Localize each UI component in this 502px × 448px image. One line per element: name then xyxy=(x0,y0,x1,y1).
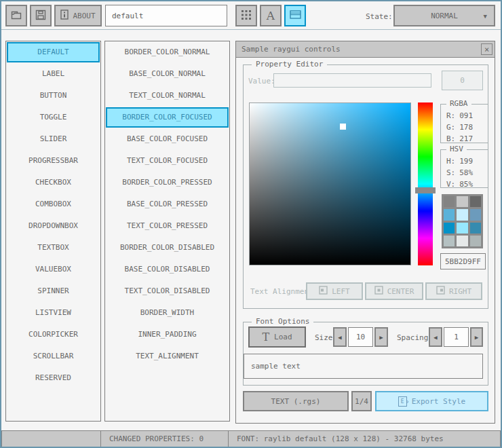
control-list-item[interactable]: TEXTBOX xyxy=(6,237,100,259)
swatch[interactable] xyxy=(470,236,481,246)
spacing-label: Spacing: xyxy=(397,333,433,342)
pager-label: 1/4 xyxy=(355,397,368,406)
floppy-disk-icon xyxy=(35,10,46,22)
size-value-box[interactable]: 10 xyxy=(348,327,373,347)
save-style-button[interactable] xyxy=(30,5,52,26)
swatch[interactable] xyxy=(444,236,455,246)
hsv-s-row: S:58% xyxy=(446,167,488,179)
control-list-item[interactable]: CHECKBOX xyxy=(6,172,100,193)
color-saturation-value-panel[interactable] xyxy=(249,102,411,265)
style-table-view-button[interactable] xyxy=(284,5,306,26)
size-value: 10 xyxy=(356,333,365,341)
font-a-icon: A xyxy=(267,9,275,22)
rgba-g-row: G:178 xyxy=(446,122,488,133)
close-button[interactable]: × xyxy=(481,43,493,55)
property-list-item[interactable]: BASE_COLOR_NORMAL xyxy=(105,63,229,85)
font-settings-button[interactable]: A xyxy=(260,5,282,26)
text-rgs-format-button[interactable]: TEXT (.rgs) xyxy=(243,391,349,411)
value-label: Value: xyxy=(248,77,275,86)
spacing-value-box[interactable]: 1 xyxy=(444,327,469,347)
spacing-decrement-button[interactable]: ◀ xyxy=(429,327,442,347)
font-load-button[interactable]: T Load xyxy=(248,326,306,348)
control-list-item[interactable]: TOGGLE xyxy=(6,107,100,128)
swatch[interactable] xyxy=(457,223,467,234)
value-input[interactable] xyxy=(273,73,431,88)
property-list-item[interactable]: TEXT_COLOR_PRESSED xyxy=(105,215,229,237)
swatch[interactable] xyxy=(444,209,455,220)
hue-slider-bar[interactable] xyxy=(418,102,433,265)
about-button-label: ABOUT xyxy=(73,12,95,20)
property-list-item[interactable]: BORDER_COLOR_PRESSED xyxy=(105,172,229,193)
statusbar-left-cell xyxy=(1,430,101,447)
sample-controls-window: Sample raygui controls × Property Editor… xyxy=(235,41,495,424)
sample-window-titlebar[interactable]: Sample raygui controls xyxy=(236,41,495,58)
style-name-input[interactable] xyxy=(105,5,227,26)
property-list-item[interactable]: TEXT_ALIGNMENT xyxy=(105,346,229,367)
hue-slider-handle[interactable] xyxy=(415,187,436,193)
property-list-item[interactable]: BORDER_COLOR_DISABLED xyxy=(105,237,229,259)
hsv-group-label: HSV xyxy=(446,145,467,153)
control-list-item-selected[interactable]: DEFAULT xyxy=(7,42,100,62)
property-list-item[interactable]: INNER_PADDING xyxy=(105,324,229,346)
align-right-icon xyxy=(436,286,445,297)
font-options-group-label: Font Options xyxy=(252,317,313,326)
export-style-label: Export Style xyxy=(412,397,465,406)
control-list-item[interactable]: DROPDOWNBOX xyxy=(6,215,100,237)
state-label: State: xyxy=(366,12,393,21)
chevron-down-icon: ▼ xyxy=(484,13,487,20)
size-increment-button[interactable]: ▶ xyxy=(374,327,388,347)
control-list-item[interactable]: LISTVIEW xyxy=(6,302,100,324)
font-load-label: Load xyxy=(274,333,292,341)
grid-snap-button[interactable] xyxy=(235,5,257,26)
sample-text-input[interactable]: sample text xyxy=(244,354,483,379)
control-list-item[interactable]: COLORPICKER xyxy=(6,324,100,346)
control-list-item[interactable]: LABEL xyxy=(6,63,100,85)
swatch[interactable] xyxy=(470,223,481,234)
control-list-item[interactable]: PROGRESSBAR xyxy=(6,150,100,172)
property-list-item[interactable]: BORDER_WIDTH xyxy=(105,302,229,324)
control-list-item[interactable]: BUTTON xyxy=(6,85,100,107)
about-button[interactable]: ABOUT xyxy=(54,5,102,26)
property-list-item[interactable]: BASE_COLOR_PRESSED xyxy=(105,193,229,215)
property-list-item[interactable]: BORDER_COLOR_NORMAL xyxy=(105,41,229,63)
value-aux-button[interactable]: 0 xyxy=(442,71,483,90)
control-list-item[interactable]: SCROLLBAR xyxy=(6,346,100,367)
property-list-item[interactable]: TEXT_COLOR_DISABLED xyxy=(105,280,229,302)
rgba-r-row: R:091 xyxy=(446,110,488,122)
control-list-item[interactable]: VALUEBOX xyxy=(6,259,100,280)
property-list-item[interactable]: BASE_COLOR_FOCUSED xyxy=(105,128,229,150)
spacing-increment-button[interactable]: ▶ xyxy=(470,327,483,347)
align-right-button[interactable]: RIGHT xyxy=(425,282,482,300)
size-decrement-button[interactable]: ◀ xyxy=(333,327,347,347)
hex-color-input[interactable]: 5BB2D9FF xyxy=(440,253,486,269)
sample-text-value: sample text xyxy=(251,362,301,371)
swatch[interactable] xyxy=(470,209,481,220)
property-list-item-selected[interactable]: BORDER_COLOR_FOCUSED xyxy=(106,107,229,128)
property-list-item[interactable]: TEXT_COLOR_FOCUSED xyxy=(105,150,229,172)
align-left-button[interactable]: LEFT xyxy=(306,282,363,300)
arrow-left-icon: ◀ xyxy=(338,334,341,341)
swatch[interactable] xyxy=(444,223,455,234)
state-dropdown[interactable]: NORMAL ▼ xyxy=(393,5,495,26)
color-picker-marker[interactable] xyxy=(340,124,346,130)
align-center-label: CENTER xyxy=(387,287,414,296)
rgba-group: RGBA R:091 G:178 B:217 xyxy=(440,104,488,143)
control-list-item[interactable]: SPINNER xyxy=(6,280,100,302)
statusbar-font-info: FONT: raylib default (128 x 128) - 32768… xyxy=(228,430,501,447)
swatch[interactable] xyxy=(457,196,467,207)
swatch[interactable] xyxy=(457,236,467,246)
control-list-item[interactable]: SLIDER xyxy=(6,128,100,150)
style-color-swatch-grid xyxy=(442,194,483,248)
swatch[interactable] xyxy=(444,196,455,207)
control-list-item[interactable]: COMBOBOX xyxy=(6,193,100,215)
swatch[interactable] xyxy=(470,196,481,207)
property-list-item[interactable]: BASE_COLOR_DISABLED xyxy=(105,259,229,280)
swatch[interactable] xyxy=(457,209,467,220)
control-list-item[interactable]: RESERVED xyxy=(6,367,100,389)
export-style-button[interactable]: E Export Style xyxy=(375,391,488,411)
sample-window-title: Sample raygui controls xyxy=(242,45,341,54)
property-list-item[interactable]: TEXT_COLOR_NORMAL xyxy=(105,85,229,107)
open-style-button[interactable] xyxy=(5,5,27,26)
format-pager-button[interactable]: 1/4 xyxy=(351,391,372,411)
align-center-button[interactable]: CENTER xyxy=(365,282,423,300)
